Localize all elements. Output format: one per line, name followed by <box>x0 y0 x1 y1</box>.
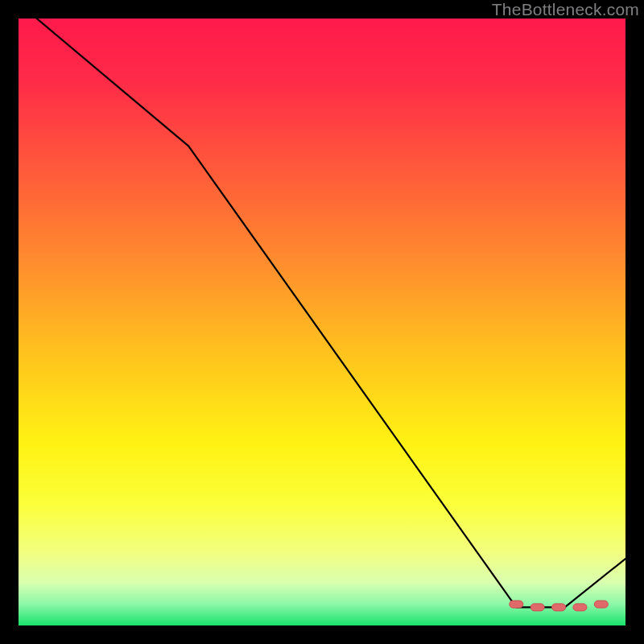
bottleneck-chart <box>19 19 625 625</box>
watermark-text: TheBottleneck.com <box>492 0 639 19</box>
optimal-marker <box>573 604 587 611</box>
optimal-marker <box>530 604 544 611</box>
gradient-background <box>19 19 625 625</box>
optimal-marker <box>594 601 608 608</box>
optimal-marker <box>552 604 566 611</box>
chart-stage: TheBottleneck.com <box>0 0 644 644</box>
optimal-marker <box>510 601 523 608</box>
